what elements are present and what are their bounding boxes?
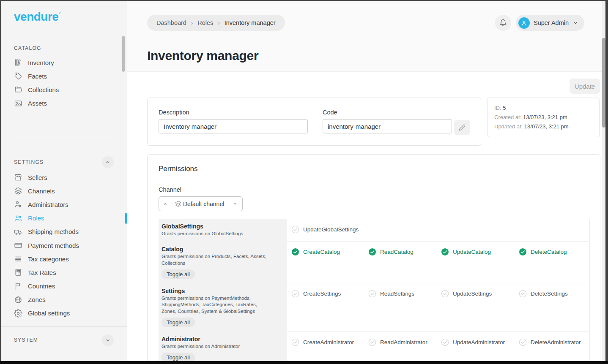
edit-code-button[interactable] (454, 120, 470, 135)
permission-label: UpdateAdministrator (453, 339, 505, 345)
description-input[interactable] (159, 119, 308, 133)
sidebar-item-roles[interactable]: Roles (1, 212, 127, 225)
permission-label: DeleteAdministrator (531, 339, 581, 345)
code-label: Code (323, 109, 452, 116)
app-window: vendure CATALOG InventoryFacetsCollectio… (0, 0, 608, 364)
page-title: Inventory manager (147, 49, 258, 63)
window-frame-edge (605, 0, 608, 364)
roles-icon (14, 214, 22, 223)
permission-label: UpdateGlobalSettings (303, 226, 359, 233)
sidebar-item-channels[interactable]: Channels (1, 184, 127, 198)
permission-checkbox-updatecatalog[interactable]: UpdateCatalog (441, 248, 519, 256)
description-label: Description (159, 109, 308, 116)
channel-select-divider (172, 199, 172, 208)
main-scrollbar-track[interactable] (602, 1, 605, 361)
permission-checkbox-updateadministrator[interactable]: UpdateAdministrator (441, 338, 519, 346)
breadcrumb-roles[interactable]: Roles (197, 19, 213, 26)
sidebar-item-assets[interactable]: Assets (1, 97, 127, 110)
permission-checkbox-readcatalog[interactable]: ReadCatalog (368, 248, 441, 256)
toggle-all-button[interactable]: Toggle all (162, 269, 195, 279)
permission-checkbox-deleteadministrator[interactable]: DeleteAdministrator (519, 338, 589, 346)
permission-label: DeleteSettings (531, 291, 568, 297)
sidebar-item-administrators[interactable]: Administrators (1, 198, 127, 211)
sidebar-item-inventory[interactable]: Inventory (1, 56, 127, 69)
permissions-scroll-track (589, 219, 590, 361)
tax-categories-icon (14, 255, 22, 263)
sidebar-item-sellers[interactable]: Sellers (1, 171, 127, 184)
permission-label: UpdateSettings (453, 291, 492, 297)
main-scrollbar-thumb[interactable] (602, 38, 605, 128)
global-settings-icon (14, 309, 22, 318)
channels-icon (14, 187, 22, 195)
sidebar-item-label: Roles (28, 215, 44, 222)
catalog-nav-list: InventoryFacetsCollectionsAssets (1, 56, 127, 110)
select-caret-icon (232, 201, 238, 207)
collections-icon (14, 85, 22, 94)
sidebar-item-payment-methods[interactable]: Payment methods (1, 239, 127, 252)
permission-label: CreateCatalog (303, 249, 340, 255)
sidebar-item-tax-categories[interactable]: Tax categories (1, 252, 127, 266)
user-name: Super Admin (534, 19, 569, 26)
permission-category-cell: SettingsGrants permissions on PaymentMet… (159, 283, 287, 332)
sidebar-item-label: Collections (28, 86, 59, 93)
expand-system-button[interactable] (102, 334, 114, 346)
permission-checkbox-readadministrator[interactable]: ReadAdministrator (368, 338, 441, 346)
breadcrumb-dashboard[interactable]: Dashboard (156, 19, 186, 26)
permission-checkbox-readsettings[interactable]: ReadSettings (368, 290, 441, 298)
chevron-down-icon (105, 338, 110, 343)
remove-channel-icon[interactable]: × (159, 201, 172, 207)
code-input[interactable] (323, 119, 452, 133)
permission-checkbox-createsettings[interactable]: CreateSettings (291, 290, 368, 298)
permission-row-catalog: CatalogGrants permissions on Products, F… (148, 242, 600, 283)
channel-select[interactable]: × Default channel (159, 196, 243, 211)
permissions-heading: Permissions (159, 165, 198, 173)
check-circle-outline-icon (441, 290, 449, 298)
sidebar-item-collections[interactable]: Collections (1, 83, 127, 96)
update-button[interactable]: Update (570, 79, 600, 94)
check-circle-filled-icon (368, 248, 376, 256)
avatar (518, 17, 530, 29)
id-value: 5 (503, 105, 506, 111)
channel-value: Default channel (183, 201, 224, 207)
permission-checkbox-updatesettings[interactable]: UpdateSettings (441, 290, 519, 298)
sidebar-item-facets[interactable]: Facets (1, 69, 127, 83)
permission-category-description: Grants permissions on Products, Facets, … (162, 253, 268, 267)
user-menu[interactable]: Super Admin (516, 15, 584, 31)
check-circle-outline-icon (441, 338, 449, 346)
sidebar-item-shipping-methods[interactable]: Shipping methods (1, 225, 127, 239)
permission-checkbox-createadministrator[interactable]: CreateAdministrator (291, 338, 368, 346)
pencil-icon (459, 124, 466, 131)
channel-layers-icon (175, 201, 181, 207)
sidebar-item-countries[interactable]: Countries (1, 280, 127, 293)
code-field-group: Code (323, 109, 452, 133)
check-circle-outline-icon (519, 338, 527, 346)
sidebar-item-tax-rates[interactable]: Tax Rates (1, 266, 127, 279)
updated-at-row: Updated at: 13/07/23, 3:21 pm (494, 122, 592, 131)
vendure-logo[interactable]: vendure (14, 10, 60, 24)
payment-icon (14, 241, 22, 250)
permission-category-cell: GlobalSettingsGrants permissions on Glob… (159, 219, 287, 242)
check-circle-filled-icon (519, 248, 527, 256)
shipping-icon (14, 228, 22, 236)
toggle-all-button[interactable]: Toggle all (162, 318, 195, 327)
channel-label: Channel (159, 186, 181, 193)
updated-at-label: Updated at: (494, 123, 523, 130)
permission-row-administrator: AdministratorGrants permissions on Admin… (148, 331, 600, 361)
toggle-all-button[interactable]: Toggle all (162, 353, 195, 361)
settings-nav-list: SellersChannelsAdministratorsRolesShippi… (1, 171, 127, 320)
sidebar-section-catalog: CATALOG (14, 45, 41, 51)
permission-checkbox-deletesettings[interactable]: DeleteSettings (519, 290, 589, 298)
facets-icon (14, 72, 22, 80)
collapse-settings-button[interactable] (102, 156, 114, 168)
sidebar-item-label: Tax categories (28, 255, 69, 263)
sidebar-scrollbar-thumb[interactable] (122, 36, 125, 72)
sidebar-item-label: Inventory (28, 59, 54, 66)
sidebar-item-global-settings[interactable]: Global settings (1, 307, 127, 320)
check-circle-outline-icon (368, 290, 376, 298)
permission-checkbox-updateglobalsettings[interactable]: UpdateGlobalSettings (291, 225, 368, 234)
permission-checkbox-createcatalog[interactable]: CreateCatalog (291, 248, 368, 256)
permission-checkbox-deletecatalog[interactable]: DeleteCatalog (519, 248, 589, 256)
permission-category-name: Administrator (162, 336, 268, 342)
sidebar-item-zones[interactable]: Zones (1, 293, 127, 307)
notifications-button[interactable] (495, 15, 511, 31)
